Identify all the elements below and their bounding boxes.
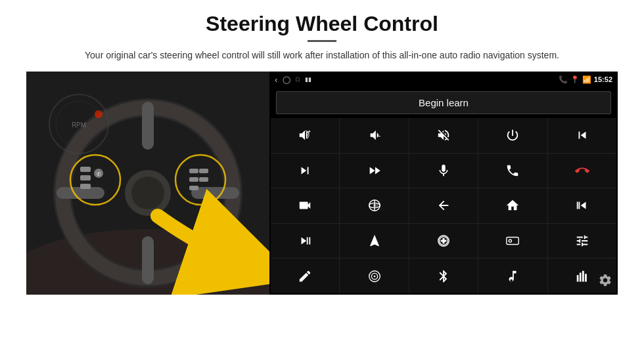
svg-rect-21 bbox=[189, 186, 198, 190]
svg-rect-40 bbox=[577, 275, 579, 282]
svg-point-9 bbox=[131, 177, 164, 209]
svg-rect-42 bbox=[582, 270, 584, 282]
mic-button[interactable] bbox=[409, 154, 478, 188]
title-divider bbox=[308, 40, 336, 42]
clock: 15:52 bbox=[594, 75, 612, 83]
svg-rect-14 bbox=[80, 184, 91, 189]
steering-wheel-panel: ✆ RPM bbox=[26, 72, 269, 295]
status-bar: ‹ ◯ □ ▮▮ 📞 📍 📶 15:52 bbox=[269, 72, 618, 87]
svg-rect-43 bbox=[585, 274, 587, 282]
android-panel: ‹ ◯ □ ▮▮ 📞 📍 📶 15:52 Begin learn bbox=[269, 72, 618, 295]
wifi-icon: 📶 bbox=[582, 75, 591, 84]
bluetooth-button[interactable] bbox=[409, 259, 478, 293]
svg-text:RPM: RPM bbox=[72, 121, 86, 129]
svg-point-39 bbox=[511, 279, 513, 282]
camera-button[interactable] bbox=[271, 188, 339, 223]
svg-rect-12 bbox=[80, 167, 91, 172]
svg-text:360°: 360° bbox=[373, 204, 379, 207]
settings-sliders-button[interactable] bbox=[548, 224, 616, 259]
page-subtitle: Your original car's steering wheel contr… bbox=[85, 49, 559, 62]
nav-recents-icon[interactable]: □ bbox=[296, 76, 299, 83]
begin-learn-button[interactable]: Begin learn bbox=[276, 91, 611, 114]
phone-icon: 📞 bbox=[559, 75, 568, 84]
skip-back-button[interactable] bbox=[548, 188, 616, 223]
record-button[interactable] bbox=[478, 224, 547, 259]
nav-back-icon[interactable]: ‹ bbox=[275, 75, 277, 85]
vol-up-button[interactable]: + bbox=[271, 118, 339, 153]
vol-down-button[interactable]: − bbox=[340, 118, 408, 153]
360-view-button[interactable]: 360° bbox=[340, 188, 408, 223]
settings-gear-icon[interactable] bbox=[598, 273, 612, 291]
vol-mute-button[interactable] bbox=[409, 118, 478, 153]
svg-rect-18 bbox=[199, 169, 208, 173]
target-button[interactable] bbox=[340, 259, 408, 293]
icon-grid: + − bbox=[271, 118, 616, 293]
svg-text:−: − bbox=[377, 133, 380, 139]
status-right-icons: 📞 📍 📶 15:52 bbox=[559, 75, 612, 84]
next-track-button[interactable] bbox=[271, 154, 339, 188]
navigate-button[interactable] bbox=[340, 224, 408, 259]
location-icon: 📍 bbox=[570, 75, 580, 84]
svg-rect-20 bbox=[199, 177, 208, 182]
signal-icon: ▮▮ bbox=[305, 76, 311, 83]
svg-text:+: + bbox=[308, 129, 311, 135]
svg-point-38 bbox=[373, 275, 375, 277]
svg-point-26 bbox=[95, 110, 103, 118]
svg-text:✆: ✆ bbox=[97, 171, 101, 177]
nav-home-icon[interactable]: ◯ bbox=[283, 75, 290, 84]
content-row: ✆ RPM bbox=[26, 72, 618, 295]
phone-end-button[interactable] bbox=[548, 154, 616, 188]
svg-rect-17 bbox=[189, 169, 198, 173]
home-button[interactable] bbox=[478, 188, 547, 223]
back-button[interactable] bbox=[409, 188, 478, 223]
skip-forward-button[interactable] bbox=[271, 224, 339, 259]
svg-rect-19 bbox=[189, 177, 198, 182]
prev-track-button[interactable] bbox=[548, 118, 616, 153]
fast-forward-button[interactable] bbox=[340, 154, 408, 188]
music-settings-button[interactable] bbox=[478, 259, 547, 293]
svg-rect-33 bbox=[507, 238, 518, 245]
pen-button[interactable] bbox=[271, 259, 339, 293]
svg-point-35 bbox=[509, 240, 511, 242]
svg-rect-41 bbox=[580, 272, 582, 282]
status-nav-icons: ‹ ◯ □ ▮▮ bbox=[275, 75, 311, 85]
phone-call-button[interactable] bbox=[478, 154, 547, 188]
begin-learn-row: Begin learn bbox=[269, 87, 618, 118]
svg-rect-13 bbox=[80, 175, 91, 180]
equalizer-button[interactable] bbox=[409, 224, 478, 259]
power-button[interactable] bbox=[478, 118, 547, 153]
page-title: Steering Wheel Control bbox=[206, 12, 438, 36]
page: Steering Wheel Control Your original car… bbox=[0, 0, 644, 357]
